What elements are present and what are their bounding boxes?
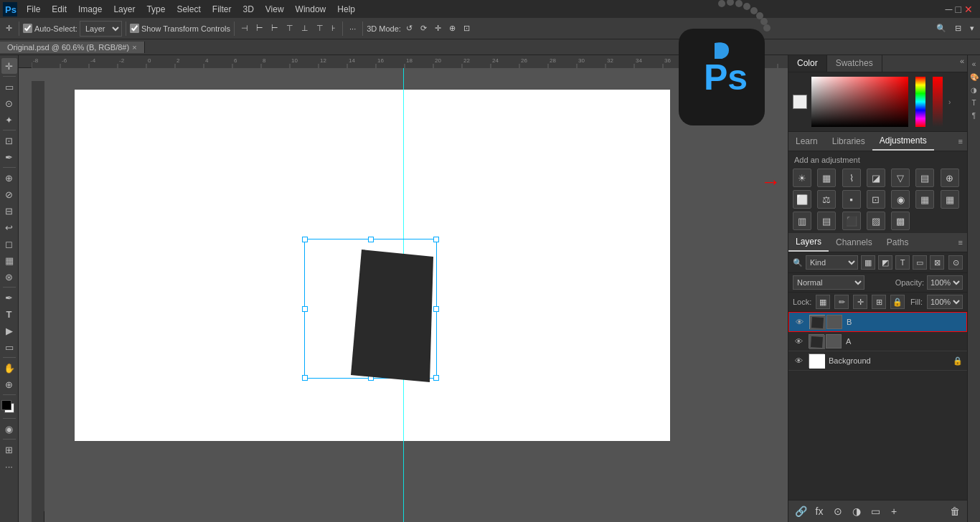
align-bottom-btn[interactable]: ⊤ bbox=[314, 22, 326, 34]
adj-solid-btn[interactable]: ⬛ bbox=[842, 212, 861, 230]
handle-top-center[interactable] bbox=[368, 237, 374, 242]
3d-pan-btn[interactable]: ✛ bbox=[432, 22, 444, 34]
menu-filter[interactable]: Filter bbox=[207, 3, 237, 16]
auto-select-checkbox[interactable] bbox=[23, 24, 32, 33]
menu-view[interactable]: View bbox=[260, 3, 289, 16]
adj-pattern-btn[interactable]: ▩ bbox=[891, 212, 910, 230]
color-panel-icon[interactable]: 🎨 bbox=[969, 71, 980, 82]
tab-adjustments[interactable]: Adjustments bbox=[872, 132, 934, 151]
screen-mode-btn[interactable]: ⊞ bbox=[1, 442, 17, 457]
lock-transparent-btn[interactable]: ▦ bbox=[816, 295, 830, 309]
color-gradient-container[interactable] bbox=[811, 77, 908, 127]
brush-tool[interactable]: ⊘ bbox=[1, 186, 17, 202]
auto-select-dropdown[interactable]: Layer Group bbox=[80, 21, 122, 37]
handle-top-left[interactable] bbox=[302, 237, 308, 242]
color-swatch-preview[interactable] bbox=[793, 95, 807, 109]
align-middle-btn[interactable]: ⊥ bbox=[298, 22, 311, 34]
hand-tool[interactable]: ✋ bbox=[1, 360, 17, 376]
show-transform-checkbox[interactable] bbox=[130, 24, 139, 33]
zoom-tool[interactable]: ⊕ bbox=[1, 376, 17, 392]
layer-link-btn[interactable]: 🔗 bbox=[793, 503, 809, 519]
layer-kind-select[interactable]: Kind Name Effect Mode Attribute bbox=[806, 255, 858, 270]
adj-bw-btn[interactable]: ⬜ bbox=[793, 190, 811, 209]
menu-type[interactable]: Type bbox=[141, 3, 170, 16]
menu-edit[interactable]: Edit bbox=[47, 3, 72, 16]
3d-rotate-btn[interactable]: ↺ bbox=[403, 22, 415, 34]
fill-select[interactable]: 100% 75% 50% bbox=[927, 295, 963, 309]
adj-threshold-btn[interactable]: ▦ bbox=[941, 190, 959, 209]
layer-adjustment-btn[interactable]: ◑ bbox=[849, 503, 864, 519]
align-left-btn[interactable]: ⊣ bbox=[238, 22, 251, 34]
maximize-icon[interactable]: □ bbox=[956, 4, 961, 15]
magic-wand-tool[interactable]: ✦ bbox=[1, 112, 17, 128]
panel-layout-btn[interactable]: ⊟ bbox=[952, 22, 964, 34]
eyedropper-tool[interactable]: ✒ bbox=[1, 149, 17, 165]
menu-window[interactable]: Window bbox=[291, 3, 331, 16]
lock-pixels-btn[interactable]: ✏ bbox=[834, 295, 849, 309]
panel-collapse-icon[interactable]: « bbox=[969, 58, 980, 70]
fg-color-swatch[interactable] bbox=[1, 400, 11, 410]
layer-new-btn[interactable]: + bbox=[886, 503, 902, 519]
adj-posterize-btn[interactable]: ▦ bbox=[915, 190, 934, 209]
filter-shape-btn[interactable]: ▭ bbox=[913, 255, 927, 270]
color-panel-collapse[interactable]: « bbox=[957, 55, 967, 72]
tab-color[interactable]: Color bbox=[788, 55, 827, 72]
menu-select[interactable]: Select bbox=[171, 3, 205, 16]
layer-delete-btn[interactable]: 🗑 bbox=[947, 503, 963, 519]
char-panel-icon[interactable]: ¶ bbox=[969, 110, 980, 121]
filter-type-btn[interactable]: T bbox=[895, 255, 910, 270]
more-tools-btn[interactable]: ··· bbox=[1, 458, 17, 474]
layer-row-a[interactable]: 👁 A bbox=[788, 332, 967, 351]
adj-curves-btn[interactable]: ⌇ bbox=[842, 169, 861, 187]
pen-tool[interactable]: ✒ bbox=[1, 290, 17, 305]
marquee-tool[interactable]: ▭ bbox=[1, 79, 17, 95]
tab-layers[interactable]: Layers bbox=[788, 233, 829, 252]
hue-slider[interactable] bbox=[915, 77, 925, 127]
transform-group[interactable] bbox=[304, 239, 437, 379]
close-icon[interactable]: ✕ bbox=[964, 4, 973, 15]
layer-a-visibility[interactable]: 👁 bbox=[793, 336, 804, 347]
type-panel-icon[interactable]: T bbox=[969, 97, 980, 108]
layer-bg-visibility[interactable]: 👁 bbox=[793, 355, 804, 366]
adj-hsl-btn[interactable]: ▤ bbox=[915, 169, 934, 187]
opacity-select[interactable]: 100% 75% 50% 25% bbox=[927, 275, 963, 290]
adj-vibrance-btn[interactable]: ▽ bbox=[891, 169, 910, 187]
canvas-tab-close-btn[interactable]: × bbox=[132, 43, 136, 52]
adjust-panel-icon[interactable]: ◑ bbox=[969, 84, 980, 95]
lock-artboard-btn[interactable]: ⊞ bbox=[872, 295, 886, 309]
eraser-tool[interactable]: ◻ bbox=[1, 236, 17, 252]
handle-mid-left[interactable] bbox=[302, 306, 308, 312]
filter-adjustment-btn[interactable]: ◩ bbox=[878, 255, 892, 270]
lasso-tool[interactable]: ⊙ bbox=[1, 95, 17, 111]
quick-mask-btn[interactable]: ◉ bbox=[1, 421, 17, 437]
tab-libraries[interactable]: Libraries bbox=[825, 133, 872, 150]
dodge-tool[interactable]: ⊛ bbox=[1, 269, 17, 285]
handle-bot-left[interactable] bbox=[302, 375, 308, 381]
filter-smart-btn[interactable]: ⊠ bbox=[930, 255, 944, 270]
workspace-btn[interactable]: ▾ bbox=[967, 22, 977, 34]
more-options-btn[interactable]: ··· bbox=[347, 23, 359, 34]
type-tool[interactable]: T bbox=[1, 306, 17, 322]
layers-panel-menu-btn[interactable]: ≡ bbox=[954, 237, 967, 248]
stamp-tool[interactable]: ⊟ bbox=[1, 203, 17, 219]
tab-channels[interactable]: Channels bbox=[829, 234, 880, 251]
alpha-slider[interactable] bbox=[933, 77, 943, 127]
menu-layer[interactable]: Layer bbox=[108, 3, 140, 16]
layer-b-visibility[interactable]: 👁 bbox=[793, 316, 805, 328]
tab-paths[interactable]: Paths bbox=[880, 234, 916, 251]
3d-slide-btn[interactable]: ⊕ bbox=[446, 22, 458, 34]
adj-gradientfill-btn[interactable]: ▨ bbox=[867, 212, 885, 230]
crop-tool[interactable]: ⊡ bbox=[1, 133, 17, 148]
lock-all-btn[interactable]: 🔒 bbox=[890, 295, 905, 309]
lock-position-btn[interactable]: ✛ bbox=[853, 295, 867, 309]
distribute-btn[interactable]: ⊦ bbox=[329, 22, 339, 34]
menu-image[interactable]: Image bbox=[73, 3, 107, 16]
path-select-tool[interactable]: ▶ bbox=[1, 323, 17, 338]
adj-exposure-btn[interactable]: ◪ bbox=[867, 169, 885, 187]
adj-brightness-btn[interactable]: ☀ bbox=[793, 169, 811, 187]
layer-row-background[interactable]: 👁 Background 🔒 bbox=[788, 351, 967, 371]
color-swatches[interactable] bbox=[1, 400, 17, 416]
adjustments-menu-btn[interactable]: ≡ bbox=[954, 136, 967, 147]
minimize-icon[interactable]: ─ bbox=[946, 4, 953, 15]
move-tool[interactable]: ✛ bbox=[1, 58, 17, 74]
